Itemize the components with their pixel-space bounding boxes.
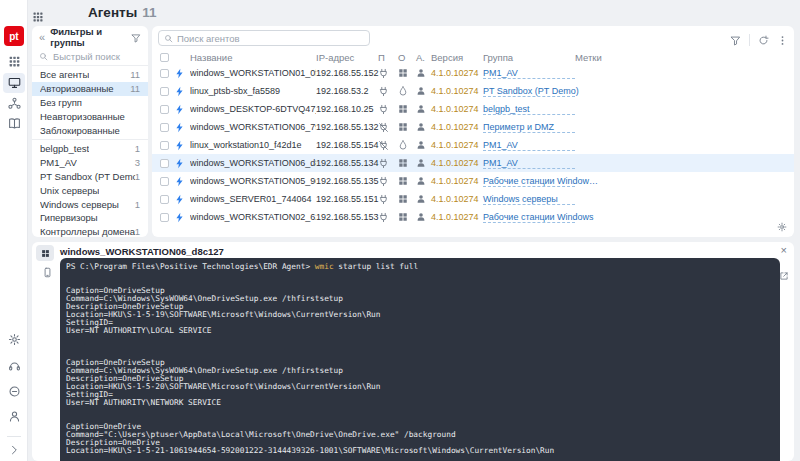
- prompt-command: wmic: [315, 262, 334, 271]
- row-checkbox[interactable]: [160, 177, 169, 186]
- pt-logo-text: pt: [9, 31, 18, 42]
- infrastructure-nodes-icon[interactable]: [0, 97, 28, 110]
- group-link[interactable]: PM1_AV: [483, 140, 575, 151]
- app-sidebar: pt: [0, 0, 28, 461]
- agent-name: windows_SERVER01_744064: [190, 194, 316, 204]
- page-title-count: 11: [142, 5, 156, 20]
- authorized-user-icon: [416, 68, 431, 79]
- row-checkbox[interactable]: [160, 195, 169, 204]
- os-windows-icon: [398, 68, 416, 79]
- page-title: Агенты11: [88, 5, 156, 20]
- plug-off-icon: [378, 139, 398, 150]
- endpoints-monitor-icon[interactable]: [0, 76, 28, 89]
- group-link[interactable]: Периметр и DMZ: [483, 122, 575, 133]
- table-row[interactable]: windows_WORKSTATION01_0f2270 192.168.55.…: [152, 64, 794, 82]
- col-version: Версия: [431, 52, 483, 63]
- col-auth: А.: [416, 52, 431, 63]
- row-checkbox[interactable]: [160, 87, 169, 96]
- collapse-chevron-icon[interactable]: [0, 444, 28, 456]
- agent-version: 4.1.0.10274: [431, 212, 483, 222]
- terminal[interactable]: PS C:\Program Files\Positive Technologie…: [60, 258, 780, 461]
- table-row[interactable]: linux_workstation10_f42d1e 192.168.55.15…: [152, 136, 794, 154]
- group-link[interactable]: Рабочие станции Windows: [483, 212, 575, 223]
- filter-group-pt-sandbox[interactable]: PT Sandbox (PT Demo)1: [32, 170, 148, 184]
- quick-search: [32, 48, 148, 66]
- filter-group-hypervisors[interactable]: Гипервизоры: [32, 211, 148, 225]
- knowledge-book-icon[interactable]: [0, 117, 28, 130]
- settings-gear-icon[interactable]: [0, 333, 28, 346]
- filter-group-windows-servers[interactable]: Windows серверы1: [32, 197, 148, 211]
- table-filter-icon[interactable]: [730, 31, 741, 49]
- group-link[interactable]: belgpb_test: [483, 104, 575, 115]
- agent-name: windows_WORKSTATION06_791eb8: [190, 122, 316, 132]
- table-row[interactable]: windows_WORKSTATION05_96bb85 192.168.55.…: [152, 172, 794, 190]
- console-agent-title: windows_WORKSTATION06_d8c127: [60, 246, 224, 257]
- filters-panel: « Фильтры и группы Все агенты11 Авторизо…: [32, 26, 148, 237]
- os-windows-icon: [398, 158, 416, 169]
- group-link[interactable]: PM1_AV: [483, 68, 575, 79]
- filter-item-no-group[interactable]: Без групп: [32, 96, 148, 110]
- filter-group-unix-servers[interactable]: Unix серверы: [32, 183, 148, 197]
- group-link[interactable]: PT Sandbox (PT Demo): [483, 86, 575, 97]
- os-windows-icon: [398, 104, 416, 115]
- agent-console-panel: windows_WORKSTATION06_d8c127 × PS C:\Pro…: [32, 242, 794, 461]
- row-checkbox[interactable]: [160, 123, 169, 132]
- col-group: Группа: [483, 52, 575, 63]
- app-launcher-icon[interactable]: [32, 7, 44, 25]
- top-header: Агенты11: [28, 0, 800, 25]
- os-windows-icon: [398, 212, 416, 223]
- filter-item-unauthorized[interactable]: Неавторизованные: [32, 109, 148, 123]
- filter-group-belgpb-test[interactable]: belgpb_test1: [32, 142, 148, 156]
- quick-search-input[interactable]: [53, 51, 133, 62]
- group-link[interactable]: Windows серверы: [483, 194, 575, 205]
- status-dash-circle-icon[interactable]: [0, 385, 28, 398]
- more-options-icon[interactable]: [777, 31, 788, 49]
- row-checkbox[interactable]: [160, 213, 169, 222]
- authorized-user-icon: [416, 158, 431, 169]
- filter-item-authorized[interactable]: Авторизованные11: [32, 82, 148, 96]
- table-row[interactable]: windows_WORKSTATION02_62fca7 192.168.55.…: [152, 208, 794, 226]
- group-link[interactable]: PM1_AV: [483, 158, 575, 169]
- row-checkbox[interactable]: [160, 69, 169, 78]
- table-row[interactable]: linux_ptsb-sbx_fa5589 192.168.53.2 4.1.0…: [152, 82, 794, 100]
- collapse-filters-icon[interactable]: «: [39, 31, 45, 43]
- filter-group-domain-controllers[interactable]: Контроллеры домена1: [32, 225, 148, 237]
- agent-version: 4.1.0.10274: [431, 158, 483, 168]
- row-checkbox[interactable]: [160, 105, 169, 114]
- os-linux-icon: [398, 86, 416, 97]
- authorized-user-icon: [416, 212, 431, 223]
- close-icon[interactable]: ×: [781, 245, 787, 255]
- filter-item-all-agents[interactable]: Все агенты11: [32, 68, 148, 82]
- table-settings-gear-icon[interactable]: [777, 217, 787, 235]
- select-all-checkbox[interactable]: [160, 53, 169, 62]
- row-checkbox[interactable]: [160, 159, 169, 168]
- plug-icon: [378, 175, 398, 186]
- device-phone-icon[interactable]: [36, 267, 58, 278]
- page-title-text: Агенты: [88, 5, 137, 20]
- table-row-selected[interactable]: windows_WORKSTATION06_d8c127 192.168.55.…: [152, 154, 794, 172]
- account-user-icon[interactable]: [0, 410, 28, 423]
- row-checkbox[interactable]: [160, 141, 169, 150]
- console-windows-tab-icon[interactable]: [36, 245, 54, 261]
- authorized-user-icon: [416, 140, 431, 151]
- refresh-icon[interactable]: [758, 31, 769, 49]
- group-link[interactable]: Рабочие станции Window…: [483, 176, 575, 187]
- agent-search-input[interactable]: [177, 33, 347, 44]
- filter-group-pm1-av[interactable]: PM1_AV3: [32, 156, 148, 170]
- external-link-icon[interactable]: [779, 266, 789, 284]
- agent-ip: 192.168.55.132: [316, 122, 378, 132]
- agent-active-icon: [174, 85, 190, 96]
- table-row[interactable]: windows_SERVER01_744064 192.168.55.151 4…: [152, 190, 794, 208]
- filters-list: Все агенты11 Авторизованные11 Без групп …: [32, 66, 148, 237]
- table-row[interactable]: windows_WORKSTATION06_791eb8 192.168.55.…: [152, 118, 794, 136]
- modules-grid-icon[interactable]: [0, 55, 28, 68]
- filters-divider: [32, 139, 148, 140]
- filter-item-blocked[interactable]: Заблокированные: [32, 123, 148, 137]
- agent-version: 4.1.0.10274: [431, 104, 483, 114]
- terminal-prompt: PS C:\Program Files\Positive Technologie…: [66, 263, 774, 271]
- search-icon: [39, 52, 48, 61]
- table-row[interactable]: windows_DESKTOP-6DTVQ47_7dedf6 192.168.1…: [152, 100, 794, 118]
- support-headset-icon[interactable]: [0, 359, 28, 372]
- pt-logo[interactable]: pt: [4, 26, 24, 46]
- filter-funnel-icon[interactable]: [131, 28, 141, 46]
